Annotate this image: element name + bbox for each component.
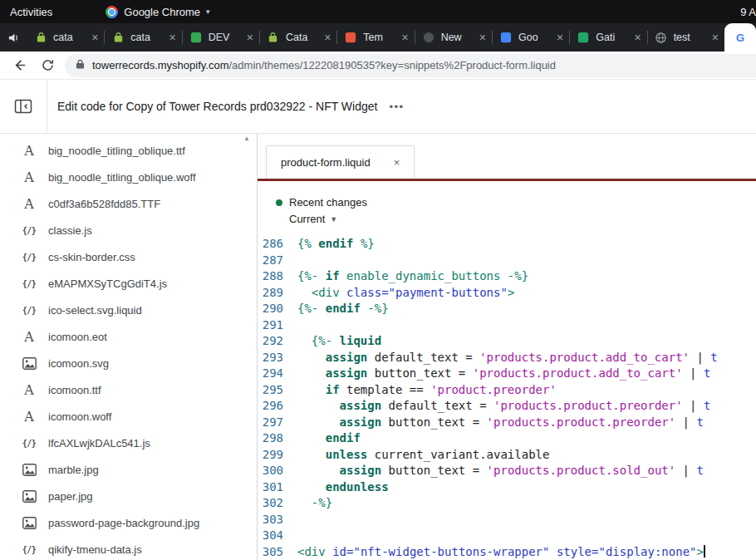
file-item[interactable]: Abig_noodle_titling_oblique.woff: [0, 164, 257, 190]
code-line[interactable]: 293 assign default_text = 'products.prod…: [258, 350, 756, 366]
code-line[interactable]: 287: [258, 253, 756, 269]
browser-tab[interactable]: test×: [647, 23, 724, 52]
file-item[interactable]: Aicomoon.ttf: [0, 376, 257, 403]
refresh-button[interactable]: [37, 55, 58, 76]
code-line[interactable]: 304: [258, 528, 756, 544]
tab-close-icon[interactable]: ×: [401, 32, 408, 43]
file-item[interactable]: {/}lfcAXLwjkDALc541.js: [0, 430, 257, 456]
code-line[interactable]: 296 assign default_text = 'products.prod…: [258, 398, 756, 415]
browser-tab[interactable]: Gati×: [569, 23, 646, 52]
version-selector-label: Current: [289, 213, 325, 225]
file-item[interactable]: Abig_noodle_titling_oblique.ttf: [0, 137, 257, 164]
code-editor[interactable]: 286{% endif %}287288{%- if enable_dynami…: [258, 234, 756, 560]
browser-tab[interactable]: DEV×: [182, 23, 259, 52]
file-item[interactable]: Ac0df3a6b528fdd85.TTF: [0, 190, 257, 217]
tab-close-icon[interactable]: ×: [169, 32, 175, 43]
code-text: assign default_text = 'products.product.…: [291, 398, 710, 415]
code-line[interactable]: 301 endunless: [258, 479, 756, 496]
code-line[interactable]: 303: [258, 512, 756, 528]
tab-title: Gati: [596, 32, 628, 43]
file-item[interactable]: Aicomoon.eot: [0, 323, 257, 350]
file-item[interactable]: Aicomoon.woff: [0, 403, 257, 430]
image-file-icon: [21, 490, 37, 503]
editor-tab[interactable]: product-form.liquid ×: [266, 145, 415, 179]
globe-favicon-icon: [655, 31, 668, 44]
code-line[interactable]: 291: [258, 317, 756, 334]
file-item[interactable]: {/}cs-skin-border.css: [0, 243, 257, 270]
line-number: 288: [258, 268, 291, 285]
activities-button[interactable]: Activities: [0, 6, 62, 18]
line-number: 300: [258, 463, 291, 479]
code-file-icon: {/}: [21, 253, 37, 262]
lock-icon[interactable]: [76, 58, 85, 73]
code-line[interactable]: 286{% endif %}: [258, 236, 756, 253]
line-number: 287: [258, 253, 291, 269]
browser-tab[interactable]: Goo×: [492, 23, 569, 52]
code-line[interactable]: 294 assign button_text = 'products.produ…: [258, 366, 756, 382]
tab-close-icon[interactable]: ×: [634, 32, 641, 43]
version-selector[interactable]: Current ▼: [289, 213, 756, 225]
bag-favicon-icon: [34, 31, 47, 44]
file-item[interactable]: {/}qikify-tmenu-data.js: [0, 536, 257, 560]
scrollbar-up-arrow[interactable]: ▲: [243, 135, 250, 142]
google-favicon-icon: G: [736, 32, 744, 44]
tab-close-icon[interactable]: ×: [324, 32, 331, 43]
address-bar[interactable]: towerrecords.myshopify.com/admin/themes/…: [65, 54, 756, 77]
code-line[interactable]: 288{%- if enable_dynamic_buttons -%}: [258, 268, 756, 285]
tab-close-icon[interactable]: ×: [479, 32, 486, 43]
file-item[interactable]: {/}classie.js: [0, 217, 257, 243]
file-item[interactable]: paper.jpg: [0, 483, 257, 509]
browser-tab[interactable]: Tem×: [336, 23, 414, 52]
file-item[interactable]: {/}eMAPMXSyTCgGdiT4.js: [0, 270, 257, 297]
tab-close-icon[interactable]: ×: [91, 32, 98, 43]
file-item[interactable]: marble.jpg: [0, 456, 257, 483]
back-button[interactable]: [8, 55, 30, 76]
code-line[interactable]: 302 -%}: [258, 495, 756, 512]
text-cursor: [704, 545, 705, 558]
code-line[interactable]: 297 assign button_text = 'products.produ…: [258, 415, 756, 431]
close-icon[interactable]: ×: [394, 156, 400, 169]
line-number: 305: [258, 544, 291, 560]
line-number: 290: [258, 301, 291, 317]
chevron-down-icon: ▼: [330, 215, 337, 224]
file-list: Abig_noodle_titling_oblique.ttfAbig_nood…: [0, 134, 257, 560]
code-file-icon: {/}: [21, 439, 37, 448]
line-number: 302: [258, 495, 291, 512]
code-line[interactable]: 289 <div class="payment-buttons">: [258, 285, 756, 302]
code-line[interactable]: 290{%- endif -%}: [258, 301, 756, 317]
code-line[interactable]: 292 {%- liquid: [258, 333, 756, 350]
app-menu[interactable]: Google Chrome ▾: [106, 6, 209, 18]
collapse-sidebar-button[interactable]: [0, 80, 47, 133]
file-name: marble.jpg: [48, 464, 99, 476]
recent-changes-label: Recent changes: [289, 196, 367, 209]
more-options-button[interactable]: •••: [389, 101, 404, 113]
browser-tab-active[interactable]: G: [724, 23, 756, 52]
code-file-icon: {/}: [21, 279, 37, 288]
code-line[interactable]: 295 if template == 'product.preorder': [258, 382, 756, 399]
tab-close-icon[interactable]: ×: [712, 32, 719, 43]
square-favicon-icon: [344, 31, 357, 44]
browser-tab[interactable]: Cata×: [259, 23, 336, 52]
file-item[interactable]: icomoon.svg: [0, 350, 257, 376]
browser-tab[interactable]: cata×: [104, 23, 181, 52]
file-name: password-page-background.jpg: [48, 517, 199, 529]
file-name: icomoon.eot: [48, 331, 107, 343]
font-file-icon: A: [21, 196, 37, 212]
system-top-bar: Activities Google Chrome ▾ 9 A: [0, 0, 756, 23]
file-item[interactable]: {/}ico-select.svg.liquid: [0, 297, 257, 323]
file-name: big_noodle_titling_oblique.ttf: [48, 145, 185, 157]
bag-favicon-icon: [267, 31, 280, 44]
line-number: 289: [258, 285, 291, 302]
file-item[interactable]: password-page-background.jpg: [0, 509, 257, 536]
browser-tab[interactable]: New×: [415, 23, 492, 52]
tab-close-icon[interactable]: ×: [247, 32, 253, 43]
browser-tab[interactable]: cata×: [27, 23, 104, 52]
code-line[interactable]: 305<div id="nft-widget-buttons-wrapper" …: [258, 544, 756, 560]
code-text: if template == 'product.preorder': [291, 382, 557, 399]
code-lines: 286{% endif %}287288{%- if enable_dynami…: [258, 236, 756, 560]
square-favicon-icon: [499, 31, 513, 44]
tab-close-icon[interactable]: ×: [557, 32, 563, 43]
code-line[interactable]: 300 assign button_text = 'products.produ…: [258, 463, 756, 479]
code-line[interactable]: 298 endif: [258, 430, 756, 447]
code-line[interactable]: 299 unless current_variant.available: [258, 447, 756, 464]
